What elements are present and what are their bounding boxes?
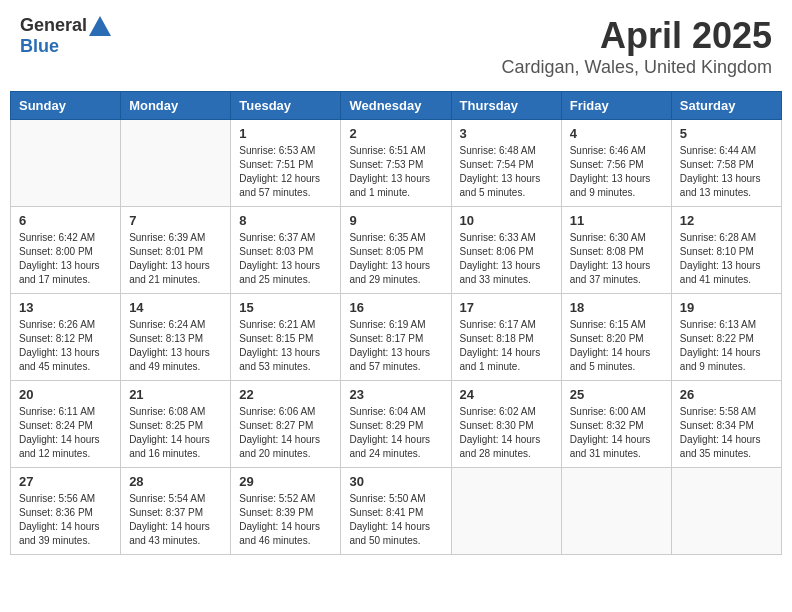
- calendar-cell: 4Sunrise: 6:46 AM Sunset: 7:56 PM Daylig…: [561, 120, 671, 207]
- calendar-week-row: 13Sunrise: 6:26 AM Sunset: 8:12 PM Dayli…: [11, 294, 782, 381]
- calendar-cell: 15Sunrise: 6:21 AM Sunset: 8:15 PM Dayli…: [231, 294, 341, 381]
- day-number: 26: [680, 387, 773, 402]
- page-title: April 2025: [502, 15, 772, 57]
- day-number: 19: [680, 300, 773, 315]
- day-info: Sunrise: 6:24 AM Sunset: 8:13 PM Dayligh…: [129, 318, 222, 374]
- calendar-cell: 13Sunrise: 6:26 AM Sunset: 8:12 PM Dayli…: [11, 294, 121, 381]
- day-info: Sunrise: 6:02 AM Sunset: 8:30 PM Dayligh…: [460, 405, 553, 461]
- calendar-week-row: 20Sunrise: 6:11 AM Sunset: 8:24 PM Dayli…: [11, 381, 782, 468]
- title-block: April 2025 Cardigan, Wales, United Kingd…: [502, 15, 772, 78]
- day-number: 8: [239, 213, 332, 228]
- day-info: Sunrise: 6:21 AM Sunset: 8:15 PM Dayligh…: [239, 318, 332, 374]
- logo-general-text: General: [20, 15, 87, 36]
- calendar-cell: 19Sunrise: 6:13 AM Sunset: 8:22 PM Dayli…: [671, 294, 781, 381]
- day-info: Sunrise: 6:13 AM Sunset: 8:22 PM Dayligh…: [680, 318, 773, 374]
- calendar-cell: 10Sunrise: 6:33 AM Sunset: 8:06 PM Dayli…: [451, 207, 561, 294]
- calendar-cell: 22Sunrise: 6:06 AM Sunset: 8:27 PM Dayli…: [231, 381, 341, 468]
- calendar-cell: 12Sunrise: 6:28 AM Sunset: 8:10 PM Dayli…: [671, 207, 781, 294]
- calendar-cell: [11, 120, 121, 207]
- calendar-header: SundayMondayTuesdayWednesdayThursdayFrid…: [11, 92, 782, 120]
- calendar-cell: 14Sunrise: 6:24 AM Sunset: 8:13 PM Dayli…: [121, 294, 231, 381]
- calendar-cell: 5Sunrise: 6:44 AM Sunset: 7:58 PM Daylig…: [671, 120, 781, 207]
- calendar-cell: 3Sunrise: 6:48 AM Sunset: 7:54 PM Daylig…: [451, 120, 561, 207]
- calendar-cell: 8Sunrise: 6:37 AM Sunset: 8:03 PM Daylig…: [231, 207, 341, 294]
- day-number: 4: [570, 126, 663, 141]
- day-info: Sunrise: 6:28 AM Sunset: 8:10 PM Dayligh…: [680, 231, 773, 287]
- day-info: Sunrise: 6:37 AM Sunset: 8:03 PM Dayligh…: [239, 231, 332, 287]
- day-number: 30: [349, 474, 442, 489]
- day-info: Sunrise: 6:39 AM Sunset: 8:01 PM Dayligh…: [129, 231, 222, 287]
- day-number: 5: [680, 126, 773, 141]
- day-number: 3: [460, 126, 553, 141]
- day-number: 22: [239, 387, 332, 402]
- page-header: General Blue April 2025 Cardigan, Wales,…: [10, 10, 782, 83]
- calendar-day-header: Monday: [121, 92, 231, 120]
- calendar-day-header: Wednesday: [341, 92, 451, 120]
- day-info: Sunrise: 6:46 AM Sunset: 7:56 PM Dayligh…: [570, 144, 663, 200]
- day-info: Sunrise: 6:26 AM Sunset: 8:12 PM Dayligh…: [19, 318, 112, 374]
- calendar-cell: 2Sunrise: 6:51 AM Sunset: 7:53 PM Daylig…: [341, 120, 451, 207]
- day-info: Sunrise: 6:35 AM Sunset: 8:05 PM Dayligh…: [349, 231, 442, 287]
- day-info: Sunrise: 5:52 AM Sunset: 8:39 PM Dayligh…: [239, 492, 332, 548]
- day-number: 14: [129, 300, 222, 315]
- day-number: 1: [239, 126, 332, 141]
- calendar-cell: 26Sunrise: 5:58 AM Sunset: 8:34 PM Dayli…: [671, 381, 781, 468]
- day-info: Sunrise: 6:30 AM Sunset: 8:08 PM Dayligh…: [570, 231, 663, 287]
- day-info: Sunrise: 5:58 AM Sunset: 8:34 PM Dayligh…: [680, 405, 773, 461]
- calendar-day-header: Sunday: [11, 92, 121, 120]
- calendar-cell: [121, 120, 231, 207]
- day-info: Sunrise: 6:53 AM Sunset: 7:51 PM Dayligh…: [239, 144, 332, 200]
- day-info: Sunrise: 6:33 AM Sunset: 8:06 PM Dayligh…: [460, 231, 553, 287]
- day-number: 10: [460, 213, 553, 228]
- calendar-cell: [561, 468, 671, 555]
- calendar-table: SundayMondayTuesdayWednesdayThursdayFrid…: [10, 91, 782, 555]
- day-info: Sunrise: 6:15 AM Sunset: 8:20 PM Dayligh…: [570, 318, 663, 374]
- day-info: Sunrise: 6:06 AM Sunset: 8:27 PM Dayligh…: [239, 405, 332, 461]
- calendar-cell: 25Sunrise: 6:00 AM Sunset: 8:32 PM Dayli…: [561, 381, 671, 468]
- logo-icon: [89, 16, 111, 36]
- day-number: 16: [349, 300, 442, 315]
- day-info: Sunrise: 6:17 AM Sunset: 8:18 PM Dayligh…: [460, 318, 553, 374]
- day-info: Sunrise: 6:19 AM Sunset: 8:17 PM Dayligh…: [349, 318, 442, 374]
- day-info: Sunrise: 6:00 AM Sunset: 8:32 PM Dayligh…: [570, 405, 663, 461]
- day-number: 28: [129, 474, 222, 489]
- calendar-cell: 7Sunrise: 6:39 AM Sunset: 8:01 PM Daylig…: [121, 207, 231, 294]
- day-number: 6: [19, 213, 112, 228]
- day-info: Sunrise: 6:08 AM Sunset: 8:25 PM Dayligh…: [129, 405, 222, 461]
- day-number: 24: [460, 387, 553, 402]
- svg-marker-0: [89, 16, 111, 36]
- logo: General Blue: [20, 15, 111, 57]
- day-number: 9: [349, 213, 442, 228]
- calendar-cell: 23Sunrise: 6:04 AM Sunset: 8:29 PM Dayli…: [341, 381, 451, 468]
- calendar-cell: 30Sunrise: 5:50 AM Sunset: 8:41 PM Dayli…: [341, 468, 451, 555]
- day-number: 2: [349, 126, 442, 141]
- day-info: Sunrise: 6:04 AM Sunset: 8:29 PM Dayligh…: [349, 405, 442, 461]
- day-info: Sunrise: 5:50 AM Sunset: 8:41 PM Dayligh…: [349, 492, 442, 548]
- day-info: Sunrise: 6:11 AM Sunset: 8:24 PM Dayligh…: [19, 405, 112, 461]
- day-number: 12: [680, 213, 773, 228]
- calendar-cell: 17Sunrise: 6:17 AM Sunset: 8:18 PM Dayli…: [451, 294, 561, 381]
- day-number: 29: [239, 474, 332, 489]
- calendar-week-row: 6Sunrise: 6:42 AM Sunset: 8:00 PM Daylig…: [11, 207, 782, 294]
- calendar-cell: 6Sunrise: 6:42 AM Sunset: 8:00 PM Daylig…: [11, 207, 121, 294]
- calendar-cell: 21Sunrise: 6:08 AM Sunset: 8:25 PM Dayli…: [121, 381, 231, 468]
- day-info: Sunrise: 5:56 AM Sunset: 8:36 PM Dayligh…: [19, 492, 112, 548]
- day-info: Sunrise: 6:51 AM Sunset: 7:53 PM Dayligh…: [349, 144, 442, 200]
- day-number: 18: [570, 300, 663, 315]
- calendar-cell: 20Sunrise: 6:11 AM Sunset: 8:24 PM Dayli…: [11, 381, 121, 468]
- day-number: 20: [19, 387, 112, 402]
- calendar-cell: [451, 468, 561, 555]
- day-number: 17: [460, 300, 553, 315]
- day-info: Sunrise: 6:44 AM Sunset: 7:58 PM Dayligh…: [680, 144, 773, 200]
- day-info: Sunrise: 6:48 AM Sunset: 7:54 PM Dayligh…: [460, 144, 553, 200]
- calendar-cell: 11Sunrise: 6:30 AM Sunset: 8:08 PM Dayli…: [561, 207, 671, 294]
- calendar-day-header: Saturday: [671, 92, 781, 120]
- calendar-cell: 29Sunrise: 5:52 AM Sunset: 8:39 PM Dayli…: [231, 468, 341, 555]
- calendar-cell: 28Sunrise: 5:54 AM Sunset: 8:37 PM Dayli…: [121, 468, 231, 555]
- page-subtitle: Cardigan, Wales, United Kingdom: [502, 57, 772, 78]
- day-number: 15: [239, 300, 332, 315]
- day-number: 23: [349, 387, 442, 402]
- calendar-cell: 18Sunrise: 6:15 AM Sunset: 8:20 PM Dayli…: [561, 294, 671, 381]
- day-number: 25: [570, 387, 663, 402]
- day-number: 11: [570, 213, 663, 228]
